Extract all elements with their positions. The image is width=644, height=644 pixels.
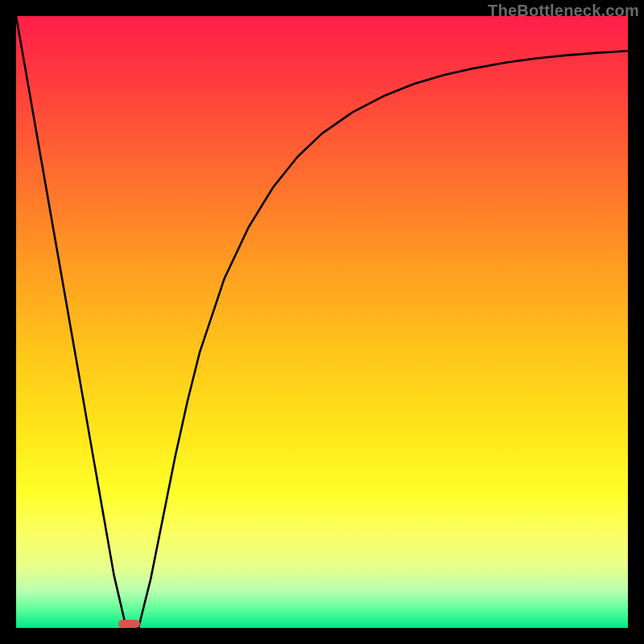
plot-area: [16, 16, 628, 628]
optimum-marker: [118, 620, 140, 628]
chart-frame: TheBottleneck.com: [0, 0, 644, 644]
bottleneck-curve: [16, 16, 628, 628]
